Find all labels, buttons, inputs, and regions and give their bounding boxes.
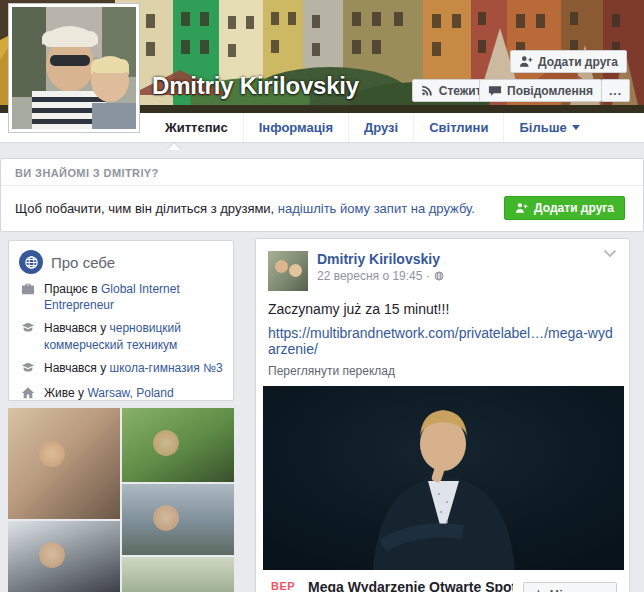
photos-grid: [8, 408, 234, 592]
banner-message-plain: Щоб побачити, чим він ділиться з друзями…: [15, 201, 278, 216]
about-education2-pre: Навчався у: [44, 361, 110, 375]
profile-picture[interactable]: [8, 3, 140, 133]
post-author-name[interactable]: Dmitriy Kirilovskiy: [317, 251, 444, 269]
caret-down-icon: [572, 125, 580, 130]
message-label: Повідомлення: [507, 84, 593, 98]
post-timestamp[interactable]: 22 вересня о 19:45 ·: [317, 269, 444, 283]
profile-page: Dmitriy Kirilovskiy Додати друга Стежити…: [0, 0, 644, 592]
post-author-avatar[interactable]: [268, 251, 308, 291]
about-card: Про себе Працює в Global Internet Entrep…: [8, 240, 234, 401]
event-month: ВЕР: [268, 580, 298, 592]
about-item-lives-in: Живе у Warsaw, Poland: [21, 385, 223, 401]
add-friend-button[interactable]: Додати друга: [510, 50, 627, 73]
post-link[interactable]: https://multibrandnetwork.com/privatelab…: [256, 319, 629, 357]
event-date: ВЕР 22: [268, 579, 298, 592]
interested-button[interactable]: ★ Цікавить: [523, 582, 617, 592]
profile-name: Dmitriy Kirilovskiy: [152, 72, 359, 100]
star-icon: ★: [533, 587, 544, 592]
banner-title: ВИ ЗНАЙОМІ З DMITRIY?: [1, 159, 643, 186]
person-plus-icon: [519, 55, 533, 68]
about-education2-link[interactable]: школа-гимназия №3: [110, 361, 223, 375]
about-item-education-1: Навчався у черновицкий коммерческий техн…: [21, 320, 223, 352]
tab-more[interactable]: Більше: [503, 113, 594, 142]
post-text: Zaczynamy już za 15 minut!!!: [256, 291, 629, 319]
graduation-cap-icon: [21, 320, 35, 352]
photo-thumbnail[interactable]: [122, 408, 234, 482]
banner-message: Щоб побачити, чим він ділиться з друзями…: [15, 201, 475, 216]
add-friend-banner-button[interactable]: Додати друга: [504, 196, 625, 220]
tab-photos[interactable]: Світлини: [413, 113, 503, 142]
about-work-pre: Працює в: [44, 282, 101, 296]
event-title[interactable]: Mega Wydarzenie Otwarte Spotkanie z Ig..…: [308, 579, 513, 592]
post-timestamp-text: 22 вересня о 19:45 ·: [317, 269, 430, 283]
add-friend-label: Додати друга: [538, 55, 618, 69]
view-translation-link[interactable]: Переглянути переклад: [256, 357, 629, 378]
post-image-placeholder: [263, 386, 624, 570]
profile-picture-placeholder: [12, 7, 136, 129]
active-tab-notch: [167, 143, 181, 150]
globe-icon: [19, 250, 43, 274]
about-education1-pre: Навчався у: [44, 321, 110, 335]
about-lives-pre: Живе у: [44, 386, 87, 400]
about-list: Працює в Global Internet Entrepreneur На…: [9, 281, 233, 401]
follow-rss-icon: [421, 84, 434, 97]
about-item-work: Працює в Global Internet Entrepreneur: [21, 281, 223, 313]
tab-timeline-label: Життєпис: [165, 120, 228, 135]
more-options-button[interactable]: ...: [601, 79, 630, 102]
tab-timeline[interactable]: Життєпис: [150, 113, 243, 142]
tab-about[interactable]: Інформація: [243, 113, 348, 142]
friend-request-banner: ВИ ЗНАЙОМІ З DMITRIY? Щоб побачити, чим …: [0, 158, 644, 232]
briefcase-icon: [21, 281, 35, 313]
send-friend-request-link[interactable]: надішліть йому запит на дружбу.: [278, 201, 475, 216]
home-icon: [21, 385, 35, 401]
tab-more-label: Більше: [519, 120, 566, 135]
message-button[interactable]: Повідомлення: [479, 79, 602, 102]
post-image[interactable]: [263, 386, 624, 570]
audience-globe-icon: [434, 271, 444, 281]
add-friend-banner-label: Додати друга: [534, 201, 614, 215]
about-item-education-2: Навчався у школа-гимназия №3: [21, 360, 223, 378]
event-attachment: ВЕР 22 Mega Wydarzenie Otwarte Spotkanie…: [256, 570, 629, 592]
photo-thumbnail[interactable]: [122, 557, 234, 592]
tab-friends[interactable]: Друзі: [348, 113, 413, 142]
photo-thumbnail[interactable]: [122, 484, 234, 555]
tab-about-label: Інформація: [259, 120, 333, 135]
photo-thumbnail[interactable]: [8, 521, 120, 592]
about-title: Про себе: [51, 254, 115, 271]
post-menu-chevron-icon[interactable]: [603, 249, 617, 258]
tab-photos-label: Світлини: [429, 120, 488, 135]
person-plus-icon: [515, 202, 528, 214]
graduation-cap-icon: [21, 360, 35, 378]
photo-thumbnail[interactable]: [8, 408, 120, 519]
tab-friends-label: Друзі: [364, 120, 398, 135]
ellipsis-icon: ...: [609, 84, 622, 98]
post: Dmitriy Kirilovskiy 22 вересня о 19:45 ·…: [255, 238, 630, 592]
interested-label: Цікавить: [550, 587, 607, 592]
message-icon: [488, 84, 502, 97]
about-lives-link[interactable]: Warsaw, Poland: [87, 386, 173, 400]
